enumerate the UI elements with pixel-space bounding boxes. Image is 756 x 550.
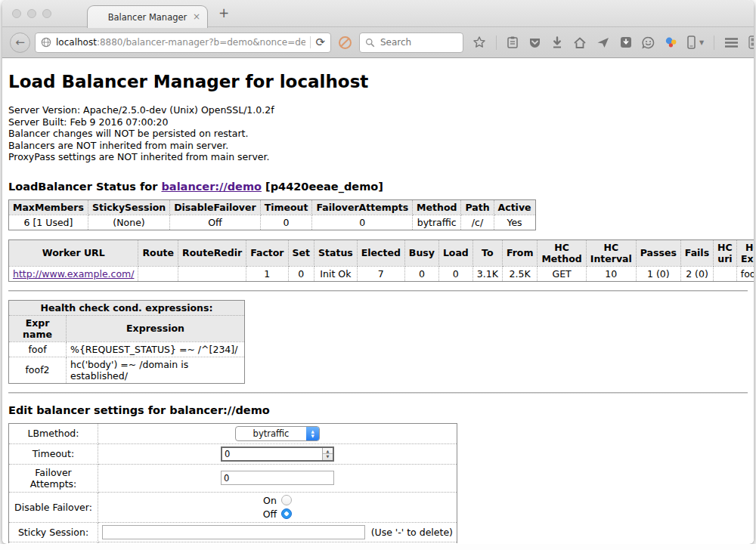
navigation-toolbar: ← localhost:8880/balancer-manager?b=demo… — [2, 27, 754, 58]
col-routeredir: RouteRedir — [178, 239, 246, 266]
radio-off-label: Off — [263, 508, 277, 520]
url-bar[interactable]: localhost:8880/balancer-manager?b=demo&n… — [35, 32, 331, 53]
failover-attempts-cell — [98, 464, 457, 492]
add-worker-cell: Are you sure? — [98, 542, 457, 543]
col-disablefailover: DisableFailover — [170, 199, 260, 215]
timeout-label: Timeout: — [9, 443, 98, 464]
status-heading-prefix: LoadBalancer Status for — [8, 181, 161, 193]
lbmethod-label: LBmethod: — [9, 423, 98, 443]
save-to-device-icon[interactable] — [620, 36, 632, 48]
pocket-icon[interactable] — [528, 36, 541, 49]
cell-expression-2: hc('body') =~ /domain is established/ — [67, 357, 245, 383]
cell-expr-name-1: foof — [9, 341, 67, 357]
menu-hamburger-icon[interactable] — [724, 37, 739, 48]
timeout-stepper[interactable]: ▲▼ — [221, 446, 334, 462]
search-input[interactable] — [379, 36, 447, 48]
failover-attempts-label: Failover Attempts: — [9, 464, 98, 492]
col-elected: Elected — [357, 239, 404, 266]
cell-timeout: 0 — [260, 215, 312, 230]
failover-attempts-row: Failover Attempts: — [9, 464, 457, 492]
home-icon[interactable] — [573, 36, 587, 49]
cell-disablefailover: Off — [170, 215, 260, 230]
radio-on[interactable] — [281, 495, 292, 505]
col-method: Method — [413, 199, 461, 215]
minimize-window-button[interactable] — [27, 9, 36, 18]
radio-on-label: On — [263, 495, 277, 506]
send-tab-icon[interactable] — [596, 36, 610, 49]
lbmethod-selected-value: bytraffic — [236, 428, 306, 439]
tab-close-icon[interactable]: × — [193, 12, 200, 21]
bookmark-star-icon[interactable] — [472, 36, 486, 49]
lbmethod-select[interactable]: bytraffic ▲▼ — [235, 426, 320, 441]
close-window-button[interactable] — [12, 9, 21, 18]
disable-failover-label: Disable Failover: — [9, 492, 98, 522]
radio-off[interactable] — [281, 508, 292, 519]
col-worker-url: Worker URL — [9, 239, 138, 266]
tab-title: Balancer Manager — [108, 12, 187, 23]
search-bar[interactable] — [359, 32, 463, 53]
back-button[interactable]: ← — [10, 32, 30, 53]
tiles-grid-icon[interactable] — [748, 36, 754, 49]
reading-list-icon[interactable] — [507, 36, 519, 49]
url-text[interactable]: localhost:8880/balancer-manager?b=demo&n… — [56, 37, 305, 48]
cell-factor: 1 — [246, 266, 288, 281]
worker-url-link[interactable]: http://www.example.com/ — [13, 268, 134, 280]
col-factor: Factor — [246, 239, 288, 266]
lbmethod-row: LBmethod: bytraffic ▲▼ — [9, 423, 457, 443]
timeout-cell: ▲▼ — [98, 443, 457, 464]
health-row-foof2: foof2 hc('body') =~ /domain is establish… — [9, 357, 245, 383]
sticky-session-input[interactable] — [102, 525, 365, 539]
page-title: Load Balancer Manager for localhost — [8, 72, 748, 91]
reload-button[interactable]: ⟳ — [315, 37, 325, 48]
col-load: Load — [438, 239, 472, 266]
timeout-input[interactable] — [222, 448, 322, 460]
device-sync-icon[interactable] — [687, 36, 696, 49]
chat-smiley-icon[interactable] — [642, 36, 655, 49]
cell-routeredir — [178, 266, 246, 281]
notice-proxypass: ProxyPass settings are NOT inherited fro… — [8, 151, 748, 163]
zoom-window-button[interactable] — [42, 9, 51, 18]
url-host: localhost — [56, 37, 97, 48]
server-built-line: Server Built: Feb 9 2016 07:00:20 — [8, 116, 748, 128]
loadbalancer-status-heading: LoadBalancer Status for balancer://demo … — [8, 181, 748, 193]
col-passes: Passes — [636, 239, 680, 266]
server-info: Server Version: Apache/2.5.0-dev (Unix) … — [8, 104, 748, 163]
cell-route — [138, 266, 178, 281]
sticky-session-cell: (Use '-' to delete) — [98, 522, 457, 542]
content-blocker-icon[interactable] — [339, 36, 352, 49]
hello-icon[interactable] — [665, 36, 677, 49]
download-icon[interactable] — [551, 36, 563, 49]
new-tab-button[interactable]: + — [218, 7, 229, 20]
device-dropdown-caret[interactable]: ▼ — [699, 39, 704, 46]
balancer-summary-table: MaxMembers StickySession DisableFailover… — [8, 199, 536, 230]
lbmethod-cell: bytraffic ▲▼ — [98, 423, 457, 443]
divider — [8, 290, 748, 292]
cell-set: 0 — [288, 266, 314, 281]
toolbar-separator-2 — [714, 36, 714, 50]
add-worker-label: Add New Worker: — [9, 542, 98, 543]
globe-icon — [41, 37, 51, 48]
cell-method: bytraffic — [413, 215, 461, 230]
page-content: Load Balancer Manager for localhost Serv… — [2, 58, 754, 543]
balancer-demo-link[interactable]: balancer://demo — [161, 181, 262, 193]
col-active: Active — [494, 199, 535, 215]
failover-attempts-input[interactable] — [221, 471, 334, 485]
col-path: Path — [461, 199, 494, 215]
health-row-foof: foof %{REQUEST_STATUS} =~ /^[234]/ — [9, 341, 245, 357]
notice-inherit: Balancers are NOT inherited from main se… — [8, 140, 748, 152]
spinner-icon[interactable]: ▲▼ — [322, 448, 333, 460]
cell-load: 0 — [438, 266, 472, 281]
col-maxmembers: MaxMembers — [9, 199, 88, 215]
status-heading-suffix: [p4420eeae_demo] — [262, 181, 383, 193]
col-route: Route — [138, 239, 178, 266]
tab-balancer-manager[interactable]: Balancer Manager × — [87, 5, 208, 28]
cell-to: 3.1K — [472, 266, 502, 281]
col-to: To — [472, 239, 502, 266]
health-table-title: Health check cond. expressions: — [9, 300, 245, 315]
cell-stickysession: (None) — [88, 215, 169, 230]
sticky-session-label: Sticky Session: — [9, 522, 98, 542]
cell-status: Init Ok — [314, 266, 358, 281]
toolbar-icons: ▼ — [472, 36, 754, 50]
health-check-table: Health check cond. expressions: Expr nam… — [8, 300, 245, 384]
col-status: Status — [314, 239, 358, 266]
